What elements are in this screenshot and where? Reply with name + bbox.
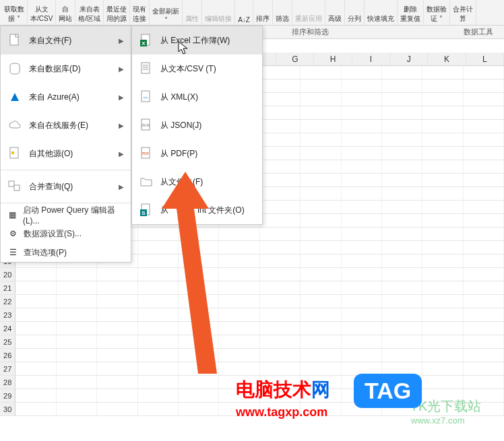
col-header-g[interactable]: G [276, 53, 314, 65]
cell[interactable] [301, 147, 341, 160]
cell[interactable] [382, 106, 422, 119]
cell[interactable] [382, 93, 422, 106]
menu-from-other[interactable]: 自其他源(O) ▶ [1, 139, 131, 168]
cell[interactable] [260, 133, 301, 146]
cell[interactable] [422, 228, 463, 240]
cell[interactable] [97, 308, 137, 321]
cell[interactable] [260, 214, 301, 227]
cell[interactable] [219, 268, 259, 281]
ribbon-btn-advanced[interactable]: 高级 [325, 0, 345, 25]
cell[interactable] [382, 147, 422, 160]
cell[interactable] [422, 241, 463, 254]
cell[interactable] [179, 268, 219, 281]
cell[interactable] [464, 335, 504, 348]
cell[interactable] [301, 66, 341, 79]
cell[interactable] [342, 187, 382, 200]
cell[interactable] [464, 106, 504, 119]
cell[interactable] [219, 241, 259, 254]
cell[interactable] [464, 349, 504, 362]
ribbon-btn-edit-links[interactable]: 编辑链接 [202, 0, 235, 25]
menu-launch-pq[interactable]: ▦ 启动 Power Query 编辑器(L)... [1, 205, 131, 224]
ribbon-btn-recent[interactable]: 最近使 用的源 [104, 0, 130, 25]
cell[interactable] [219, 228, 259, 240]
menu-from-azure[interactable]: 来自 Azure(A) ▶ [1, 83, 131, 111]
cell[interactable] [260, 322, 301, 335]
cell[interactable] [301, 228, 341, 240]
cell[interactable] [57, 281, 97, 294]
cell[interactable] [422, 120, 463, 133]
cell[interactable] [179, 322, 219, 335]
ribbon-btn-text-to-col[interactable]: 分列 [345, 0, 365, 25]
cell[interactable] [422, 255, 463, 267]
row-header[interactable]: 26 [0, 349, 15, 362]
col-header-j[interactable]: J [390, 53, 428, 65]
cell[interactable] [179, 403, 219, 415]
cell[interactable] [301, 160, 341, 173]
submenu-from-sharepoint[interactable]: S 从 int 文件夹(O) [132, 196, 262, 224]
cell[interactable] [179, 362, 219, 375]
cell[interactable] [342, 308, 382, 321]
cell[interactable] [464, 147, 504, 160]
cell[interactable] [138, 255, 179, 267]
ribbon-btn-refresh-all[interactable]: 全部刷新 ˅ [150, 0, 183, 25]
cell[interactable] [301, 174, 341, 186]
cell[interactable] [342, 93, 382, 106]
ribbon-btn-get-data[interactable]: 获取数 据 ˅ [1, 0, 28, 25]
submenu-from-xml[interactable]: <> 从 XML(X) [132, 83, 262, 111]
cell[interactable] [422, 322, 463, 335]
cell[interactable] [15, 376, 56, 388]
submenu-from-excel[interactable]: X 从 Excel 工作簿(W) [132, 26, 262, 55]
cell[interactable] [464, 66, 504, 79]
cell[interactable] [260, 281, 301, 294]
cell[interactable] [422, 187, 463, 200]
cell[interactable] [342, 160, 382, 173]
cell[interactable] [260, 228, 301, 240]
cell[interactable] [260, 147, 301, 160]
cell[interactable] [301, 281, 341, 294]
cell[interactable] [422, 376, 463, 388]
cell[interactable] [97, 376, 137, 388]
cell[interactable] [179, 281, 219, 294]
cell[interactable] [301, 120, 341, 133]
cell[interactable] [15, 295, 56, 308]
cell[interactable] [382, 214, 422, 227]
cell[interactable] [382, 79, 422, 92]
cell[interactable] [97, 403, 137, 415]
cell[interactable] [301, 349, 341, 362]
cell[interactable] [382, 120, 422, 133]
cell[interactable] [342, 106, 382, 119]
cell[interactable] [301, 106, 341, 119]
submenu-from-json[interactable]: JSON 从 JSON(J) [132, 111, 262, 139]
cell[interactable] [57, 322, 97, 335]
cell[interactable] [422, 147, 463, 160]
cell[interactable] [342, 201, 382, 213]
cell[interactable] [382, 187, 422, 200]
ribbon-btn-sort-az[interactable]: A↓Z [235, 0, 253, 25]
cell[interactable] [422, 133, 463, 146]
cell[interactable] [260, 241, 301, 254]
cell[interactable] [138, 281, 179, 294]
cell[interactable] [422, 335, 463, 348]
cell[interactable] [464, 241, 504, 254]
cell[interactable] [57, 268, 97, 281]
cell[interactable] [179, 241, 219, 254]
ribbon-btn-existing-conn[interactable]: 现有 连接 [130, 0, 150, 25]
cell[interactable] [301, 133, 341, 146]
cell[interactable] [260, 174, 301, 186]
cell[interactable] [342, 174, 382, 186]
menu-query-options[interactable]: ☰ 查询选项(P) [1, 243, 131, 262]
cell[interactable] [179, 389, 219, 402]
cell[interactable] [382, 268, 422, 281]
cell[interactable] [301, 308, 341, 321]
cell[interactable] [464, 120, 504, 133]
cell[interactable] [464, 133, 504, 146]
ribbon-btn-filter[interactable]: 筛选 [273, 0, 292, 25]
cell[interactable] [422, 362, 463, 375]
submenu-from-textcsv[interactable]: 从文本/CSV (T) [132, 55, 262, 83]
cell[interactable] [57, 335, 97, 348]
cell[interactable] [57, 389, 97, 402]
cell[interactable] [97, 322, 137, 335]
cell[interactable] [219, 349, 259, 362]
submenu-from-pdf[interactable]: PDF 从 PDF(P) [132, 139, 262, 168]
menu-data-source-settings[interactable]: ⚙ 数据源设置(S)... [1, 224, 131, 243]
